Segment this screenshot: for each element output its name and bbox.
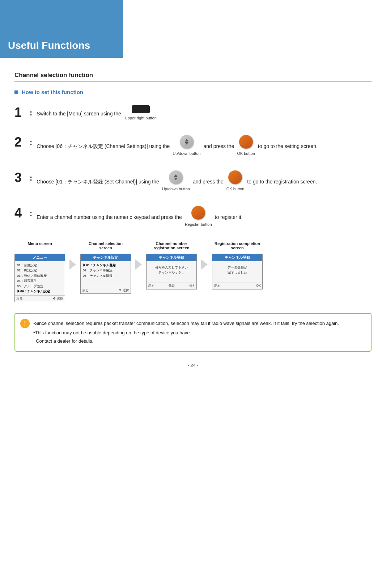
ok-circle-icon-2 [239, 135, 253, 149]
screen-item-menu: Menu screen メニュー 01：音量設定 02：終話設定 03：発信／着… [14, 241, 65, 302]
list-item-selected-2: ▶01：チャンネル登録 [83, 263, 128, 268]
screen-box-channel-num: チャンネル登録 番号を入力して下さい チャンネル：５＿ 戻る 登録 消去 [146, 254, 197, 289]
screen-body-complete: データ登録が 完了しました [212, 261, 262, 283]
step4-text-before: Enter a channel number using the numeric… [37, 212, 182, 222]
screen-title-channel-num: チャンネル登録 [147, 254, 196, 261]
ok-caption-3: OK button [226, 185, 245, 193]
step-content-3: Choose [01：チャンネル登録 (Set Channel)] using … [37, 170, 372, 193]
screen-label-complete: Registration completionscreen [215, 241, 260, 251]
screen-item-complete: Registration completionscreen チャンネル登録 デー… [212, 241, 263, 289]
list-item: 01：音量設定 [17, 263, 63, 268]
screen-footer-channel-sel: 戻る ▼ 選択 [81, 287, 131, 293]
section-title: Channel selection function [14, 72, 372, 82]
step3-text-middle: and press the [193, 177, 224, 187]
arrow-right-1 [69, 241, 76, 270]
screen-title-channel-sel: チャンネル設定 [81, 254, 131, 261]
sub-heading-text: How to set this function [22, 89, 83, 95]
arrow-right-shape-1 [69, 259, 76, 270]
step-number-1: 1 [14, 106, 30, 119]
step-2: 2 : Choose [06：チャンネル設定 (Channel Settings… [14, 135, 372, 157]
arrow-up-icon-2 [185, 139, 188, 141]
list-item-selected: ▶06：チャンネル設定 [17, 289, 63, 294]
arrow-right-3 [201, 241, 208, 270]
step2-text-before: Choose [06：チャンネル設定 (Channel Settings)] u… [37, 141, 170, 151]
step1-text-before: Switch to the [Menu] screen using the [37, 109, 121, 119]
notice-icon: ! [20, 319, 30, 328]
updown-caption-2: Up/down button [173, 149, 200, 157]
step4-text-after: to register it. [215, 212, 243, 222]
list-item: 03：チャンネル情報 [83, 273, 128, 278]
list-item: 02：終話設定 [17, 268, 63, 273]
footer-select-2: ▼ 選択 [119, 288, 129, 293]
step-4: 4 : Enter a channel number using the num… [14, 206, 372, 228]
upper-right-button-caption: Upper right button [125, 114, 157, 122]
step3-text-after: to go to the registration screen. [247, 177, 317, 187]
screen-box-menu: メニュー 01：音量設定 02：終話設定 03：発信／着信履歴 04：録音再生 … [14, 254, 65, 302]
screen-item-channel-sel: Channel selectionscreen チャンネル設定 ▶01：チャンネ… [80, 241, 131, 294]
list-item: 03：発信／着信履歴 [17, 273, 63, 278]
page-title: Useful Functions [8, 40, 90, 51]
arrow-down-icon-3 [174, 178, 178, 180]
list-item: 05：グループ設定 [17, 284, 63, 289]
footer-select: ❖ 選択 [53, 296, 63, 301]
screen-label-channel-num: Channel numberregistration screen [153, 241, 189, 251]
screen-item-channel-num: Channel numberregistration screen チャンネル登… [146, 241, 197, 289]
step-number-3: 3 [14, 171, 30, 184]
footer-back-4: 戻る [214, 284, 220, 288]
list-item: 02：チャンネル確認 [83, 268, 128, 273]
ok-circle-icon-3 [228, 170, 242, 184]
screen-label-menu: Menu screen [27, 241, 52, 251]
screen-title-menu: メニュー [15, 254, 65, 261]
complete-line2: 完了しました [214, 270, 261, 275]
step-content-1: Switch to the [Menu] screen using the Up… [37, 105, 372, 122]
step-colon-2: : [30, 138, 32, 147]
step3-text-before: Choose [01：チャンネル登録 (Set Channel)] using … [37, 177, 159, 187]
page-number: - 24 - [0, 359, 386, 375]
updown-button-3: Up/down button [162, 170, 190, 193]
screen-label-channel-sel: Channel selectionscreen [89, 241, 123, 251]
ok-button-3: OK button [226, 170, 245, 193]
ok-caption-2: OK button [237, 149, 255, 157]
step-colon-1: : [30, 108, 32, 118]
updown-circle-icon-2 [180, 135, 194, 149]
complete-line1: データ登録が [214, 265, 261, 270]
step2-text-middle: and press the [203, 141, 234, 151]
step-1: 1 : Switch to the [Menu] screen using th… [14, 105, 372, 122]
step-content-2: Choose [06：チャンネル設定 (Channel Settings)] u… [37, 135, 372, 157]
ok-button-2: OK button [237, 135, 255, 157]
arrow-right-shape-3 [201, 259, 208, 270]
sub-heading: How to set this function [14, 89, 372, 95]
step1-text-after: . [160, 109, 162, 119]
arrow-down-icon-2 [185, 142, 188, 145]
list-item: 04：録音再生 [17, 278, 63, 283]
step-3: 3 : Choose [01：チャンネル登録 (Set Channel)] us… [14, 170, 372, 193]
channel-value: チャンネル：５＿ [148, 270, 195, 275]
screens-section: Menu screen メニュー 01：音量設定 02：終話設定 03：発信／着… [14, 241, 372, 302]
step-number-4: 4 [14, 207, 30, 220]
screen-body-channel-num: 番号を入力して下さい チャンネル：５＿ [147, 261, 196, 283]
footer-back: 戻る [16, 296, 23, 301]
arrow-up-icon-3 [174, 174, 178, 177]
arrow-right-2 [135, 241, 142, 270]
arrow-right-shape-2 [135, 259, 142, 270]
footer-register: 登録 [168, 284, 175, 288]
bullet-icon [14, 90, 18, 94]
screen-title-complete: チャンネル登録 [212, 254, 262, 261]
register-circle-icon [191, 206, 205, 220]
updown-button-2: Up/down button [173, 135, 200, 157]
updown-circle-icon-3 [169, 170, 183, 184]
updown-caption-3: Up/down button [162, 185, 190, 193]
upper-right-button-img: Upper right button [125, 105, 157, 122]
screen-footer-complete: 戻る OK [212, 283, 262, 289]
notice-box: ! •Since channel selection requires pack… [14, 313, 372, 351]
footer-back-3: 戻る [148, 284, 154, 288]
step-number-2: 2 [14, 136, 30, 149]
header-banner: Useful Functions [0, 0, 123, 58]
step-colon-4: : [30, 209, 32, 218]
main-content: Channel selection function How to set th… [0, 58, 386, 352]
footer-back-2: 戻る [82, 288, 89, 293]
step-content-4: Enter a channel number using the numeric… [37, 206, 372, 228]
channel-prompt: 番号を入力して下さい [148, 265, 195, 270]
notice-point-2: •This function may not be usable dependi… [33, 329, 365, 345]
footer-delete: 消去 [188, 284, 195, 288]
